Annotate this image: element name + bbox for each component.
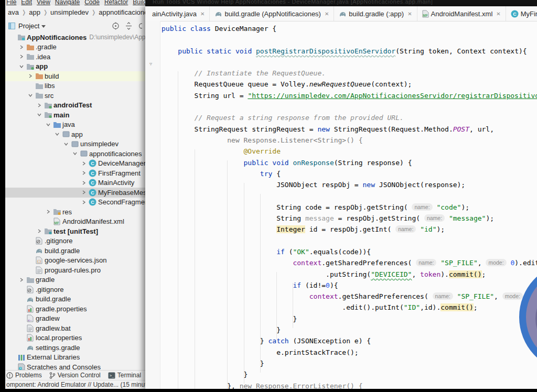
tree-item[interactable]: local.properties [5,333,145,343]
tree-item[interactable]: libs [5,81,145,91]
chevron-down-icon[interactable] [17,64,26,69]
chevron-right-icon[interactable] [44,210,52,214]
tree-item[interactable]: src [5,91,145,101]
menu-item-refactor[interactable]: Refactor [104,0,128,5]
chevron-down-icon[interactable] [26,93,35,97]
chevron-right-icon[interactable] [17,278,26,282]
breadcrumb[interactable]: ava❭app❭unsimpledev❭appnotificaciones❭CD… [5,5,145,19]
close-icon[interactable]: ✕ [325,11,329,17]
breadcrumb-item[interactable]: ava [8,8,19,16]
tree-item[interactable]: test [unitTest] [5,226,145,236]
settings-gear-icon[interactable] [138,22,142,30]
menu-item-navigate[interactable]: Navigate [55,0,80,5]
toolbar-item-problems[interactable]: Problems [6,372,42,379]
close-icon[interactable]: ✕ [496,11,500,17]
editor-tab[interactable]: build.gradle (:app)✕ [334,6,417,21]
chevron-right-icon[interactable] [80,200,88,204]
menu-item-view[interactable]: View [37,0,50,5]
editor-tab[interactable]: build.gradle (AppNotificaciones)✕ [210,6,334,21]
scratches-icon [17,363,26,370]
breadcrumb-item[interactable]: unsimpledev [50,8,89,16]
menu-item-code[interactable]: Code [84,0,100,5]
tree-item-label: .idea [36,53,50,61]
breadcrumb-item[interactable]: appnotificaciones [99,8,145,16]
code-area[interactable]: public class DeviceManager { public stat… [162,23,537,389]
collapse-all-icon[interactable] [125,22,133,30]
tree-item[interactable]: Scratches and Consoles [5,362,145,370]
menu-item-build[interactable]: Build [133,0,145,5]
tree-item[interactable]: c··gradlew [5,314,145,324]
chevron-down-icon[interactable] [41,25,46,28]
chevron-right-icon[interactable] [80,190,88,194]
tree-item[interactable]: gradle [5,275,145,285]
editor-gutter[interactable]: ▿ [145,21,160,389]
fold-marker-icon[interactable]: ▿ [149,61,152,67]
breadcrumb-item[interactable]: app [29,8,40,16]
tree-item-label: MainActivity [98,179,134,187]
tree-item[interactable]: proguard-rules.pro [5,265,145,275]
tree-item[interactable]: gradlew.bat [5,323,145,333]
tree-item[interactable]: CFirstFragment [5,168,145,178]
tree-item[interactable]: MFAndroidManifest.xml [5,217,145,227]
project-panel: ava❭app❭unsimpledev❭appnotificaciones❭CD… [5,5,145,389]
toolbar-item-terminal[interactable]: >_Terminal [108,372,141,379]
tree-item[interactable]: AppNotificaciones D:\unsimpledev\AppNoti… [5,32,145,42]
tree-item[interactable]: build.gradle [5,246,145,256]
close-icon[interactable]: ✕ [200,11,205,17]
close-icon[interactable]: ✕ [407,11,412,17]
tree-item[interactable]: unsimpledev [5,139,145,149]
tree-item[interactable]: java [5,120,145,130]
tree-item[interactable]: build.gradle [5,295,145,304]
editor-tab[interactable]: MFAndroidManifest.xml✕ [417,6,506,21]
tree-item[interactable]: settings.gradle [5,343,145,353]
window-title-strip: Run Tools VCS Window Help AppNotificacio… [145,0,537,6]
tree-item[interactable]: CMainActivity [5,178,145,188]
locate-icon[interactable] [112,22,120,30]
chevron-right-icon[interactable] [80,181,88,185]
chevron-right-icon[interactable] [80,161,88,166]
editor-tab-bar[interactable]: ainActivity.java✕build.gradle (AppNotifi… [145,6,537,21]
svg-text:MF: MF [423,14,427,17]
tree-item[interactable]: main [5,110,145,120]
tree-item[interactable]: build [5,71,145,81]
tree-item[interactable]: CDeviceManager [5,159,145,169]
tree-item-label: main [53,111,69,119]
project-panel-title[interactable]: Project [18,22,39,30]
tree-item[interactable]: androidTest [5,101,145,111]
tree-item[interactable]: .gradle [5,42,145,52]
tree-item-label: build [45,72,59,80]
menu-item-file[interactable]: File [6,0,16,5]
chevron-right-icon[interactable] [17,55,26,59]
tree-item[interactable]: gradle.properties [5,304,145,314]
chevron-right-icon[interactable] [80,171,88,175]
project-tree[interactable]: AppNotificaciones D:\unsimpledev\AppNoti… [5,32,145,370]
tree-item[interactable]: app [5,129,145,139]
chevron-down-icon[interactable] [53,132,61,136]
chevron-down-icon[interactable] [35,113,44,117]
chevron-right-icon[interactable] [17,45,26,49]
chevron-down-icon[interactable] [71,151,79,156]
editor-tab[interactable]: CMyFirebaseM [506,6,537,21]
toolbar-item-version-control[interactable]: Version Control [49,372,101,379]
tree-item[interactable]: .gitignore [5,236,145,246]
tree-item[interactable]: CSecondFragment [5,198,145,208]
tree-item[interactable]: .gitignore [5,285,145,295]
chevron-down-icon[interactable] [62,142,70,146]
editor-tab[interactable]: ainActivity.java✕ [145,6,210,21]
folder-res-icon [52,208,61,215]
tree-item[interactable]: {}google-services.json [5,256,145,266]
tree-item[interactable]: CMyFirebaseMessagingS [5,188,145,198]
chevron-right-icon[interactable] [35,229,44,233]
menu-bar-clipped[interactable]: FileEditViewNavigateCodeRefactorBuildRun [5,0,145,5]
code-line: } catch (JSONException e) { [162,335,537,346]
menu-item-edit[interactable]: Edit [21,0,32,5]
chevron-right-icon[interactable] [35,103,44,107]
tree-item[interactable]: .idea [5,52,145,62]
editor-body[interactable]: ▿ public class DeviceManager { public st… [145,21,537,389]
tree-item[interactable]: External Libraries [5,353,145,363]
chevron-down-icon[interactable] [44,123,52,127]
chevron-right-icon[interactable] [26,74,35,78]
tree-item[interactable]: appnotificaciones [5,149,145,159]
tree-item[interactable]: res [5,207,145,217]
tree-item[interactable]: app [5,62,145,72]
